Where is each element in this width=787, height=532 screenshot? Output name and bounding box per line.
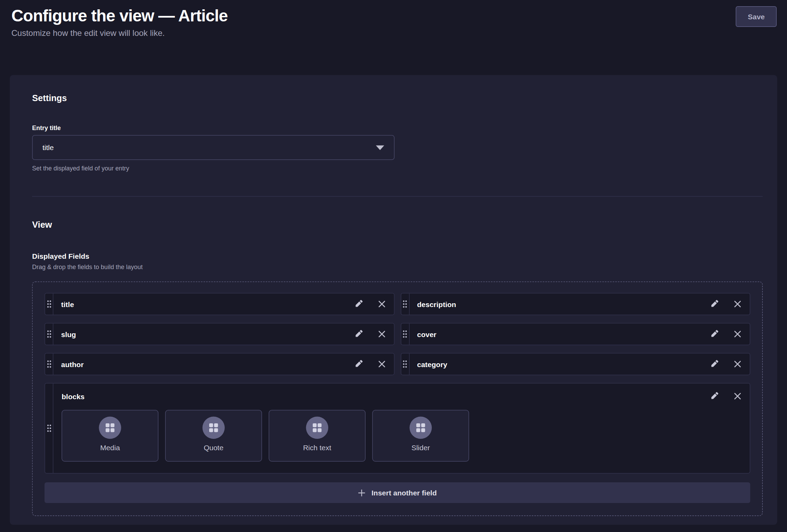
close-icon (378, 360, 386, 368)
component-label: Rich text (303, 444, 331, 452)
drag-handle[interactable] (401, 324, 409, 345)
insert-another-field-button[interactable]: Insert another field (45, 482, 750, 503)
edit-field-button[interactable] (709, 329, 720, 340)
close-icon (378, 300, 386, 308)
pencil-icon (354, 300, 363, 309)
displayed-fields-hint: Drag & drop the fields to build the layo… (32, 264, 763, 272)
drag-dots-icon (46, 424, 51, 433)
drag-handle[interactable] (45, 324, 54, 345)
page-header-text: Configure the view — Article Customize h… (11, 5, 227, 39)
component-card-slider[interactable]: Slider (372, 410, 469, 462)
component-card-quote[interactable]: Quote (165, 410, 262, 462)
edit-field-button[interactable] (353, 329, 365, 340)
edit-field-button[interactable] (353, 299, 365, 310)
drag-handle[interactable] (45, 354, 54, 375)
grid-icon (209, 423, 219, 433)
close-icon (378, 330, 386, 338)
configure-view-page: Configure the view — Article Customize h… (0, 0, 787, 532)
remove-field-button[interactable] (377, 359, 387, 369)
component-card-media[interactable]: Media (62, 410, 159, 462)
field-name: description (417, 300, 709, 308)
close-icon (734, 300, 742, 308)
close-icon (734, 330, 742, 338)
displayed-fields-label: Displayed Fields (32, 252, 763, 261)
drag-dots-icon (46, 300, 51, 309)
drag-dots-icon (402, 330, 408, 339)
component-label: Slider (411, 444, 430, 452)
field-name: cover (417, 330, 709, 338)
field-row-cover[interactable]: cover (400, 323, 750, 345)
page-subtitle: Customize how the edit view will look li… (11, 28, 227, 39)
edit-field-button[interactable] (353, 359, 365, 370)
edit-field-button[interactable] (709, 359, 720, 370)
edit-field-button[interactable] (709, 391, 720, 402)
field-row-category[interactable]: category (400, 353, 750, 375)
remove-field-button[interactable] (733, 391, 743, 401)
fields-dropzone: title description (32, 282, 763, 516)
drag-handle[interactable] (401, 294, 409, 315)
pencil-icon (354, 360, 363, 369)
insert-another-field-label: Insert another field (371, 489, 437, 497)
settings-heading: Settings (32, 93, 763, 104)
drag-dots-icon (46, 360, 51, 369)
edit-field-button[interactable] (709, 299, 720, 310)
component-label: Quote (204, 444, 223, 452)
remove-field-button[interactable] (733, 359, 743, 369)
page-header: Configure the view — Article Customize h… (0, 0, 787, 39)
entry-title-label: Entry title (32, 124, 763, 132)
remove-field-button[interactable] (733, 299, 743, 309)
component-icon-circle (203, 417, 225, 439)
view-heading: View (32, 219, 763, 230)
entry-title-selected-value: title (42, 144, 54, 152)
remove-field-button[interactable] (733, 329, 743, 339)
drag-handle[interactable] (45, 294, 54, 315)
pencil-icon (710, 330, 719, 339)
pencil-icon (354, 330, 363, 339)
drag-handle[interactable] (401, 354, 409, 375)
field-row-author[interactable]: author (45, 353, 394, 375)
pencil-icon (710, 300, 719, 309)
drag-handle[interactable] (45, 384, 54, 473)
drag-dots-icon (402, 300, 408, 309)
drag-dots-icon (402, 360, 408, 369)
plus-icon (358, 489, 366, 497)
remove-field-button[interactable] (377, 329, 387, 339)
pencil-icon (710, 360, 719, 369)
caret-down-icon (376, 145, 384, 150)
grid-icon (312, 423, 322, 433)
fields-grid: title description (45, 293, 750, 474)
close-icon (734, 360, 742, 368)
save-button[interactable]: Save (736, 6, 777, 27)
field-row-blocks[interactable]: blocks Media (45, 383, 750, 474)
grid-icon (105, 423, 115, 433)
field-name: category (417, 360, 709, 368)
component-icon-circle (99, 417, 122, 439)
settings-card: Settings Entry title title Set the displ… (10, 75, 777, 525)
pencil-icon (710, 392, 719, 401)
close-icon (734, 392, 742, 400)
page-title: Configure the view — Article (11, 5, 227, 26)
drag-dots-icon (46, 330, 51, 339)
field-name: author (61, 360, 353, 368)
component-card-rich-text[interactable]: Rich text (269, 410, 366, 462)
field-name: title (61, 300, 353, 308)
entry-title-hint: Set the displayed field of your entry (32, 165, 763, 173)
field-row-description[interactable]: description (400, 293, 750, 315)
section-divider (32, 196, 763, 197)
field-name: slug (61, 330, 353, 338)
field-row-slug[interactable]: slug (45, 323, 394, 345)
component-label: Media (100, 444, 120, 452)
component-icon-circle (306, 417, 329, 439)
field-name: blocks (62, 392, 710, 400)
grid-icon (416, 423, 426, 433)
dynamic-zone-components: Media Quote (62, 410, 743, 462)
remove-field-button[interactable] (377, 299, 387, 309)
entry-title-select[interactable]: title (32, 135, 395, 160)
field-row-title[interactable]: title (45, 293, 394, 315)
component-icon-circle (410, 417, 432, 439)
